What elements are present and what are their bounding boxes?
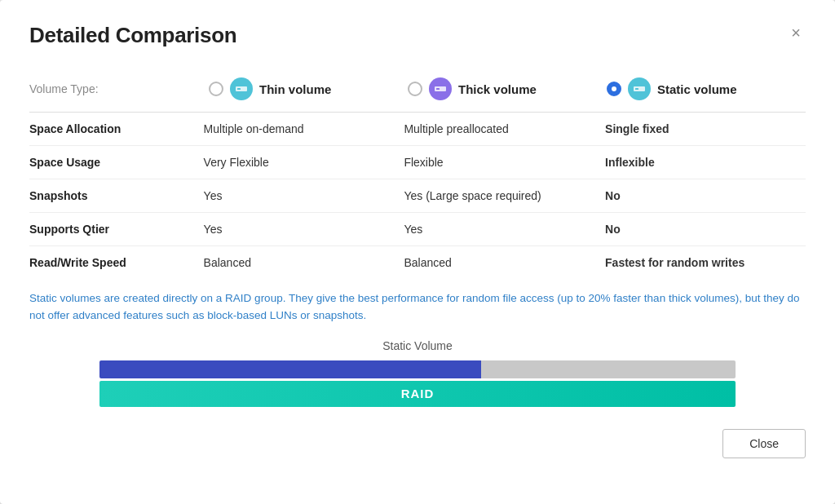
volume-option-thin[interactable]: Thin volume bbox=[209, 77, 408, 100]
static-cell: No bbox=[605, 179, 806, 213]
thick-cell: Balanced bbox=[404, 246, 605, 280]
static-empty-bar bbox=[481, 360, 736, 378]
thin-cell: Yes bbox=[204, 213, 404, 246]
svg-rect-1 bbox=[237, 88, 241, 90]
thick-volume-icon bbox=[429, 77, 452, 100]
thin-cell: Multiple on-demand bbox=[204, 113, 404, 146]
raid-bar-row: RAID bbox=[99, 382, 736, 406]
diagram-label: Static Volume bbox=[382, 339, 453, 352]
modal-title: Detailed Comparison bbox=[29, 23, 236, 48]
modal-close-icon[interactable]: × bbox=[786, 23, 806, 42]
thin-volume-icon bbox=[230, 77, 253, 100]
thin-volume-label: Thin volume bbox=[259, 82, 331, 96]
svg-rect-3 bbox=[436, 88, 440, 90]
thin-cell: Yes bbox=[204, 179, 404, 213]
static-filled-bar bbox=[99, 360, 481, 378]
thick-cell: Yes (Large space required) bbox=[404, 179, 605, 213]
table-row: Read/Write SpeedBalancedBalancedFastest … bbox=[29, 246, 806, 280]
comparison-table: Space AllocationMultiple on-demandMultip… bbox=[29, 113, 806, 279]
table-row: SnapshotsYesYes (Large space required)No bbox=[29, 179, 806, 213]
diagram-bars: RAID bbox=[99, 357, 736, 406]
close-button[interactable]: Close bbox=[722, 429, 806, 458]
thick-cell: Multiple preallocated bbox=[404, 113, 605, 146]
diagram-area: Static Volume RAID bbox=[29, 339, 806, 406]
static-cell: Single fixed bbox=[605, 113, 806, 146]
static-cell: Fastest for random writes bbox=[605, 246, 806, 280]
thin-cell: Very Flexible bbox=[204, 146, 404, 179]
feature-cell: Supports Qtier bbox=[29, 213, 204, 246]
volume-type-row: Volume Type: Thin volume bbox=[29, 68, 806, 113]
modal-header: Detailed Comparison × bbox=[29, 23, 806, 48]
thin-cell: Balanced bbox=[204, 246, 404, 280]
feature-cell: Space Usage bbox=[29, 146, 204, 179]
static-volume-bar-row bbox=[99, 357, 736, 382]
static-volume-label: Static volume bbox=[657, 82, 737, 96]
raid-bar: RAID bbox=[99, 381, 736, 407]
table-row: Space UsageVery FlexibleFlexibleInflexib… bbox=[29, 146, 806, 179]
volume-option-static[interactable]: Static volume bbox=[607, 77, 806, 100]
static-cell: Inflexible bbox=[605, 146, 806, 179]
volume-option-thick[interactable]: Thick volume bbox=[408, 77, 607, 100]
volume-options: Thin volume Thick volume bbox=[209, 77, 806, 100]
modal-footer: Close bbox=[29, 429, 806, 458]
info-text: Static volumes are created directly on a… bbox=[29, 290, 806, 325]
feature-cell: Read/Write Speed bbox=[29, 246, 204, 280]
svg-rect-5 bbox=[635, 88, 638, 90]
feature-cell: Space Allocation bbox=[29, 113, 204, 146]
modal-container: Detailed Comparison × Volume Type: Thin … bbox=[0, 0, 835, 504]
static-cell: No bbox=[605, 213, 806, 246]
volume-type-label: Volume Type: bbox=[29, 82, 209, 95]
feature-cell: Snapshots bbox=[29, 179, 204, 213]
thick-volume-label: Thick volume bbox=[458, 82, 537, 96]
table-row: Space AllocationMultiple on-demandMultip… bbox=[29, 113, 806, 146]
thick-cell: Flexible bbox=[404, 146, 605, 179]
radio-static[interactable] bbox=[607, 82, 621, 96]
table-row: Supports QtierYesYesNo bbox=[29, 213, 806, 246]
static-volume-icon bbox=[628, 77, 651, 100]
radio-thin[interactable] bbox=[209, 82, 223, 96]
thick-cell: Yes bbox=[404, 213, 605, 246]
radio-thick[interactable] bbox=[408, 82, 422, 96]
